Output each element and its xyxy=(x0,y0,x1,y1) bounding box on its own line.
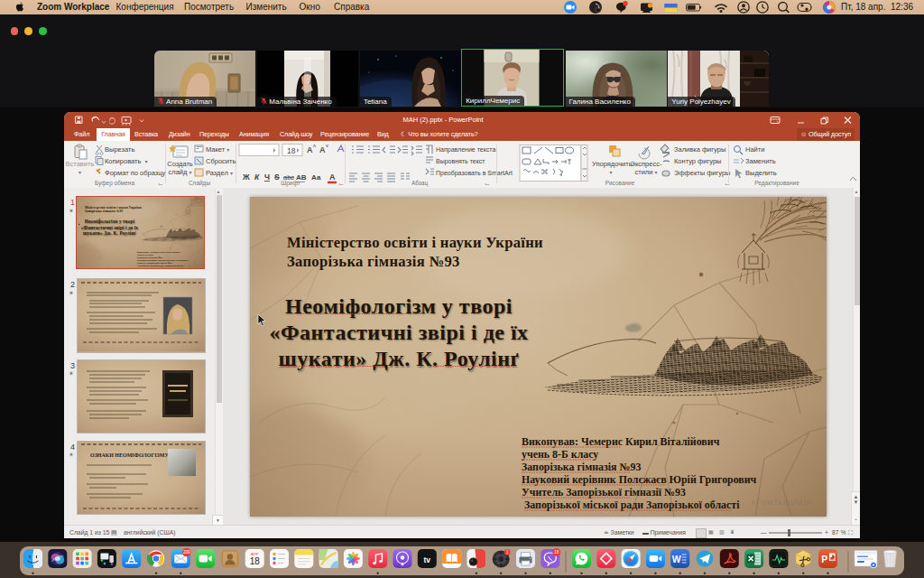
svg-text:tv: tv xyxy=(424,555,431,564)
svg-text:Ж: Ж xyxy=(242,172,250,182)
svg-text:Рисование: Рисование xyxy=(605,180,635,186)
svg-text:Найти: Найти xyxy=(745,145,764,154)
svg-text:Выделить: Выделить xyxy=(745,169,777,177)
svg-text:Преобразовать в SmartArt: Преобразовать в SmartArt xyxy=(436,170,513,177)
svg-text:учень 8-Б класу: учень 8-Б класу xyxy=(522,448,598,461)
svg-text:⌙: ⌙ xyxy=(725,181,730,187)
svg-text:Запорізька гімназія №93: Запорізька гімназія №93 xyxy=(287,253,460,270)
svg-text:шукати» Дж. К. Роулінґ: шукати» Дж. К. Роулінґ xyxy=(279,347,520,370)
svg-text:Заменить: Заменить xyxy=(745,157,776,165)
svg-text:18: 18 xyxy=(287,146,296,155)
svg-text:Запорізької міської ради Запор: Запорізької міської ради Запорізької обл… xyxy=(524,499,740,511)
svg-text:S: S xyxy=(274,172,280,182)
svg-text:А: А xyxy=(307,145,313,154)
svg-text:Эффекты фигуры: Эффекты фигуры xyxy=(674,169,731,177)
svg-text:ОЗНАКИ НЕОМІФОЛОГІЗМУ: ОЗНАКИ НЕОМІФОЛОГІЗМУ xyxy=(90,452,169,458)
svg-text:18: 18 xyxy=(250,556,261,566)
svg-text:Шрифт: Шрифт xyxy=(281,180,300,187)
svg-text:Редактирование: Редактирование xyxy=(754,180,799,187)
svg-text:«Фантастичні звірі і де їх: «Фантастичні звірі і де їх xyxy=(269,321,528,344)
svg-text:P: P xyxy=(821,554,827,564)
svg-text:Буфер обмена: Буфер обмена xyxy=(95,180,135,187)
svg-text:А: А xyxy=(329,172,336,182)
svg-text:Учитель Запорізької гімназії №: Учитель Запорізької гімназії №93 xyxy=(522,486,686,499)
svg-text:Направление текста: Направление текста xyxy=(436,146,495,154)
svg-text:Слайды: Слайды xyxy=(189,180,211,187)
svg-text:Науковий керівник Полєжаєв Юрі: Науковий керівник Полєжаєв Юрій Григоров… xyxy=(522,473,757,486)
svg-text:sFowTemplate: sFowTemplate xyxy=(752,498,812,507)
svg-text:Аа: Аа xyxy=(311,173,321,182)
svg-text:Неоміфологізм у творі: Неоміфологізм у творі xyxy=(285,294,513,318)
svg-text:Выровнять текст: Выровнять текст xyxy=(436,158,485,165)
svg-text:⌙: ⌙ xyxy=(338,181,344,187)
svg-text:˄: ˄ xyxy=(313,144,316,149)
svg-text:⌙: ⌙ xyxy=(158,181,163,187)
svg-text:Абзац: Абзац xyxy=(411,180,429,187)
svg-text:Контур фигуры: Контур фигуры xyxy=(674,157,721,165)
svg-text:W: W xyxy=(672,554,681,564)
svg-text:18: 18 xyxy=(554,550,559,555)
svg-text:˅: ˅ xyxy=(326,144,328,149)
svg-text:Заливка фигуры: Заливка фигуры xyxy=(674,145,725,154)
svg-text:АПР: АПР xyxy=(251,551,259,555)
svg-text:209: 209 xyxy=(183,550,190,555)
svg-text:Виконував: Чемерис Кирил Вітал: Виконував: Чемерис Кирил Віталійович xyxy=(522,435,720,448)
svg-text:А: А xyxy=(319,145,326,154)
svg-text:Запорізька гімназія №93: Запорізька гімназія №93 xyxy=(522,461,641,473)
svg-text:⌙: ⌙ xyxy=(485,181,490,187)
svg-text:Ч: Ч xyxy=(264,172,270,182)
svg-text:К: К xyxy=(254,172,260,182)
svg-text:Міністерство освіти і науки Ук: Міністерство освіти і науки України xyxy=(287,234,543,251)
